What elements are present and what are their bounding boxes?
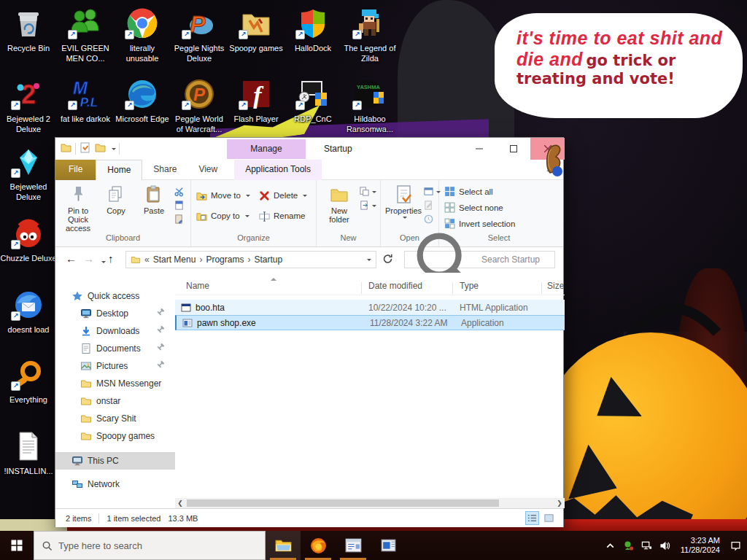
tab-share[interactable]: Share xyxy=(142,160,187,180)
desktop-icon-installing[interactable]: !INSTALLIN... xyxy=(0,429,57,476)
tray-network-icon[interactable] xyxy=(641,540,652,551)
desktop-icon-chuzzle-deluxe[interactable]: ↗ Chuzzle Deluxe xyxy=(0,216,57,263)
select-none-button[interactable]: Select none xyxy=(444,201,556,214)
edit-button[interactable] xyxy=(423,200,441,211)
up-button[interactable]: ↑ xyxy=(108,252,114,265)
refresh-icon[interactable] xyxy=(382,253,394,265)
column-date-modified[interactable]: Date modified xyxy=(368,281,422,291)
new-item-button[interactable] xyxy=(359,186,376,197)
pin-to-quick-access-button[interactable]: Pin to Quick access xyxy=(60,183,96,233)
qat-folder-icon[interactable] xyxy=(60,141,72,156)
thumbnail-view-button[interactable] xyxy=(542,511,556,525)
file-row-pawn-shop-exe[interactable]: pawn shop.exe 11/28/2024 3:22 AM Applica… xyxy=(175,315,565,330)
paste-button[interactable]: Paste xyxy=(136,183,172,233)
column-divider[interactable] xyxy=(452,282,453,294)
nav-scary-shit[interactable]: Scary Shit xyxy=(55,410,175,427)
desktop-icon-peggle-nights[interactable]: P↗ Peggle Nights Deluxe xyxy=(171,6,228,63)
new-folder-button[interactable]: New folder xyxy=(321,183,357,233)
desktop-icon-hildaboo[interactable]: YASHMA↗ Hildaboo Ransomwa... xyxy=(341,77,398,134)
open-button[interactable] xyxy=(423,186,441,197)
taskbar-hta-app[interactable] xyxy=(336,531,371,560)
desktop-icon-rdp-cnc[interactable]: ↗ RDP_CnC xyxy=(285,77,341,124)
column-type[interactable]: Type xyxy=(460,281,479,291)
breadcrumb-startup[interactable]: Startup xyxy=(254,254,282,265)
file-row-boo-hta[interactable]: boo.hta 10/22/2024 10:20 ... HTML Applic… xyxy=(175,300,565,315)
rename-button[interactable]: Rename xyxy=(258,210,320,222)
column-divider[interactable] xyxy=(361,282,362,294)
nav-desktop[interactable]: Desktop xyxy=(55,305,175,322)
nav-documents[interactable]: Documents xyxy=(55,340,175,357)
desktop-icon-fat-like-darkok[interactable]: MP.L↗ fat like darkok xyxy=(57,77,114,124)
column-name[interactable]: Name xyxy=(186,281,209,291)
start-button[interactable] xyxy=(0,531,34,560)
nav-quick-access[interactable]: Quick access xyxy=(55,287,175,305)
desktop-icon-spoopy-games[interactable]: ↗ Spoopy games xyxy=(228,6,285,53)
action-center-icon[interactable] xyxy=(730,540,741,551)
column-size[interactable]: Size xyxy=(547,281,564,291)
desktop-icon-doesnt-load[interactable]: ↗ doesnt load xyxy=(0,287,57,335)
taskbar-file-explorer[interactable] xyxy=(266,531,301,560)
tab-home[interactable]: Home xyxy=(96,160,142,180)
breadcrumb-start-menu[interactable]: Start Menu xyxy=(153,254,196,265)
nav-downloads[interactable]: Downloads xyxy=(55,322,175,340)
desktop-icon-peggle-wow[interactable]: P↗ Peggle World of Warcraft... xyxy=(171,77,228,134)
paste-shortcut-button[interactable] xyxy=(174,214,185,225)
qat-properties-icon[interactable] xyxy=(79,141,91,156)
desktop-icon-bejeweled-2[interactable]: 2↗ Bejeweled 2 Deluxe xyxy=(0,77,57,134)
tab-application-tools[interactable]: Application Tools xyxy=(234,160,322,180)
column-divider[interactable] xyxy=(541,282,542,294)
horizontal-scrollbar[interactable]: ❮ ❯ xyxy=(175,498,565,508)
nav-this-pc[interactable]: This PC xyxy=(55,452,175,470)
desktop-icon-bejeweled-deluxe[interactable]: ↗ Bejeweled Deluxe xyxy=(0,144,57,202)
taskbar-window-app[interactable] xyxy=(371,531,406,560)
desktop-icon-hallodock[interactable]: ↗ HalloDock xyxy=(285,6,341,53)
tab-view[interactable]: View xyxy=(187,160,228,180)
nav-onstar[interactable]: onstar xyxy=(55,392,175,410)
nav-msn-messenger[interactable]: MSN Messenger xyxy=(55,375,175,392)
details-view-button[interactable] xyxy=(525,511,539,525)
scrollbar-thumb[interactable] xyxy=(187,499,499,507)
easy-access-button[interactable] xyxy=(359,200,376,211)
tab-file[interactable]: File xyxy=(55,160,96,180)
cut-button[interactable] xyxy=(174,186,185,197)
explorer-search[interactable] xyxy=(404,251,555,268)
nav-network[interactable]: Network xyxy=(55,475,175,493)
desktop-icon-microsoft-edge[interactable]: ↗ Microsoft Edge xyxy=(114,77,171,124)
desktop-icon-everything[interactable]: ↗ Everything xyxy=(0,357,57,405)
qat-dropdown-icon[interactable] xyxy=(112,148,116,152)
desktop-icon-legend-of-zilda[interactable]: ↗ The Legend of Zilda xyxy=(341,6,398,63)
desktop-icon-flash-player[interactable]: f↗ Flash Player xyxy=(228,77,285,124)
nav-spoopy-games[interactable]: Spoopy games xyxy=(55,427,175,445)
nav-pictures[interactable]: Pictures xyxy=(55,357,175,375)
manage-contextual-tab[interactable]: Manage xyxy=(227,139,306,159)
history-button[interactable] xyxy=(423,214,441,225)
delete-button[interactable]: Delete xyxy=(258,190,320,202)
tray-volume-icon[interactable] xyxy=(659,540,670,551)
taskbar-search[interactable] xyxy=(34,531,266,560)
desktop-icon-recycle-bin[interactable]: Recycle Bin xyxy=(0,6,57,53)
back-button[interactable]: ← xyxy=(66,252,77,265)
taskbar-firefox[interactable] xyxy=(301,531,336,560)
breadcrumb-programs[interactable]: Programs xyxy=(206,254,244,265)
scroll-left-icon[interactable]: ❮ xyxy=(175,498,185,508)
copy-to-button[interactable]: Copy to xyxy=(196,210,257,222)
address-dropdown-icon[interactable] xyxy=(367,259,371,263)
explorer-search-input[interactable] xyxy=(481,254,550,265)
address-bar[interactable]: « Start Menu › Programs › Startup xyxy=(125,251,376,268)
minimize-button[interactable] xyxy=(462,138,496,160)
qat-new-folder-icon[interactable] xyxy=(94,141,107,156)
recent-locations-icon[interactable] xyxy=(101,261,106,265)
scroll-right-icon[interactable]: ❯ xyxy=(554,498,565,508)
taskbar-clock[interactable]: 3:23 AM 11/28/2024 xyxy=(678,536,723,555)
forward-button[interactable]: → xyxy=(83,252,94,265)
desktop-icon-evil-green-men[interactable]: ↗ EVIL GREEN MEN CO... xyxy=(57,6,114,63)
copy-button[interactable]: Copy xyxy=(98,183,134,233)
maximize-button[interactable] xyxy=(496,138,530,160)
taskbar-search-input[interactable] xyxy=(58,540,258,551)
tray-chevron-icon[interactable] xyxy=(605,540,616,551)
select-all-button[interactable]: Select all xyxy=(444,185,556,198)
tray-messenger-icon[interactable] xyxy=(623,540,634,551)
desktop-icon-literally-unusable[interactable]: ↗ literally unusable xyxy=(114,6,171,63)
move-to-button[interactable]: Move to xyxy=(196,190,257,202)
copy-path-button[interactable] xyxy=(174,200,185,211)
